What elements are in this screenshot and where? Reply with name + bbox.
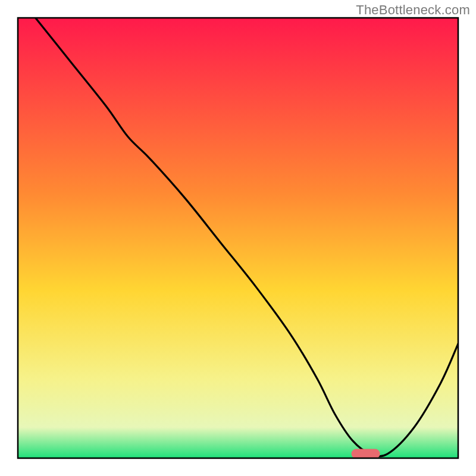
bottleneck-chart: TheBottleneck.com <box>0 0 476 476</box>
optimal-marker <box>352 449 380 459</box>
chart-svg <box>0 0 476 476</box>
watermark-text: TheBottleneck.com <box>356 2 470 18</box>
chart-background <box>18 18 458 458</box>
